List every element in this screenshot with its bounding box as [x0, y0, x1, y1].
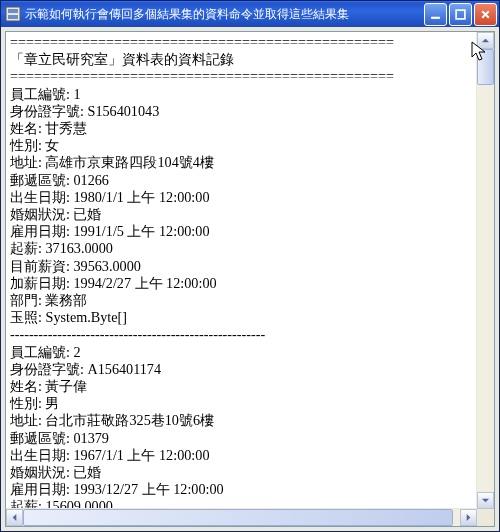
titlebar: 示範如何執行會傳回多個結果集的資料命令並取得這些結果集: [1, 1, 499, 27]
svg-rect-2: [8, 15, 18, 19]
output-textbox[interactable]: ========================================…: [6, 32, 494, 526]
scroll-up-button[interactable]: [477, 32, 494, 49]
maximize-button[interactable]: [449, 3, 472, 26]
horizontal-scrollbar[interactable]: [6, 508, 477, 526]
svg-rect-1: [8, 9, 18, 13]
scroll-left-button[interactable]: [6, 509, 23, 526]
scroll-down-button[interactable]: [477, 492, 494, 509]
svg-rect-4: [456, 10, 465, 19]
window-title: 示範如何執行會傳回多個結果集的資料命令並取得這些結果集: [25, 6, 424, 23]
app-window: 示範如何執行會傳回多個結果集的資料命令並取得這些結果集 ============…: [0, 0, 500, 532]
vertical-scrollbar[interactable]: [476, 32, 494, 509]
output-text: ========================================…: [6, 32, 476, 508]
minimize-button[interactable]: [424, 3, 447, 26]
app-icon: [5, 6, 21, 22]
scroll-corner: [477, 509, 494, 526]
close-button[interactable]: [474, 3, 497, 26]
client-area: ========================================…: [5, 31, 495, 527]
horizontal-scroll-thumb[interactable]: [23, 509, 453, 526]
scroll-right-button[interactable]: [460, 509, 477, 526]
svg-rect-3: [431, 16, 440, 18]
vertical-scroll-thumb[interactable]: [477, 49, 494, 85]
window-controls: [424, 3, 497, 26]
